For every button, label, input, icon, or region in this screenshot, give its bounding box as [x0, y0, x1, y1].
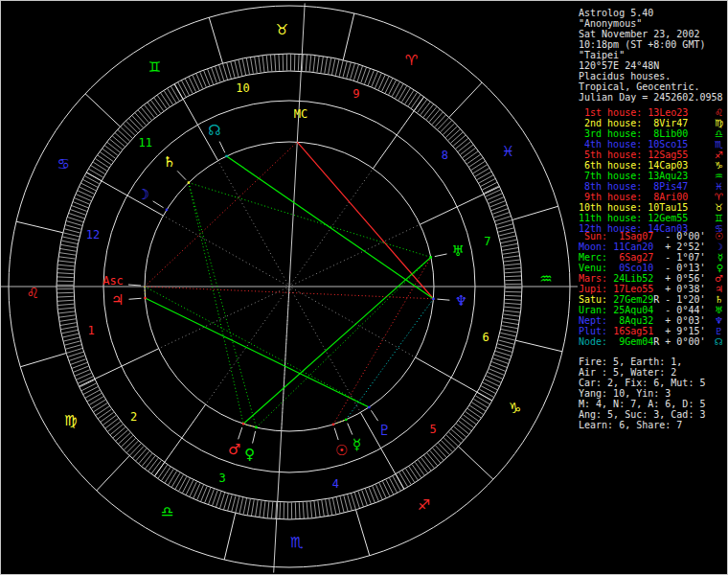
degree-tick	[500, 236, 516, 240]
degree-tick	[358, 492, 363, 507]
degree-tick	[115, 133, 127, 144]
degree-tick	[275, 55, 276, 71]
degree-tick	[332, 58, 335, 75]
planet-position: 17Leo55	[613, 284, 653, 294]
degree-tick	[239, 59, 242, 76]
aspect-line-saturn-uranus	[189, 183, 431, 258]
house-number-9: 9	[353, 87, 359, 101]
degree-tick	[504, 260, 520, 262]
planet-label: Sun:	[579, 231, 613, 242]
degree-tick	[169, 472, 177, 486]
degree-tick	[412, 465, 421, 478]
planet-row: Moon: 11Can20 + 2°52'☽	[579, 242, 726, 252]
degree-tick	[239, 497, 243, 514]
sign-boundary	[20, 353, 66, 366]
degree-tick	[243, 498, 246, 515]
sagittarius-sign-icon: ♐	[418, 496, 430, 514]
degree-tick	[495, 351, 511, 356]
sign-icon: ♒	[715, 171, 723, 181]
degree-tick	[479, 389, 493, 397]
capricorn-sign-icon: ♑	[509, 400, 521, 417]
degree-tick	[158, 465, 168, 478]
ascendant-label: Asc	[102, 274, 124, 288]
degree-tick	[481, 386, 495, 394]
degree-tick	[108, 422, 121, 432]
degree-tick	[497, 344, 512, 349]
degree-tick	[344, 495, 348, 511]
mercury-icon: ☿	[353, 436, 361, 453]
degree-tick	[469, 158, 483, 167]
degree-tick	[91, 166, 105, 174]
planet-position: 25Aqu04	[613, 305, 653, 315]
header-text: Astrolog 5.40	[579, 8, 653, 18]
degree-tick	[479, 175, 493, 183]
degree-tick	[57, 273, 74, 274]
retrograde-flag	[653, 326, 665, 336]
degree-tick	[189, 77, 195, 91]
degree-tick	[101, 412, 114, 422]
planet-row: Satu: 27Gem29R - 1°20'♄	[579, 294, 726, 305]
degree-tick	[317, 57, 319, 73]
degree-tick	[59, 253, 76, 255]
degree-tick	[271, 502, 272, 518]
degree-tick	[471, 161, 485, 170]
degree-tick	[504, 256, 520, 258]
libra-sign-icon: ♎	[161, 503, 173, 520]
degree-tick	[405, 90, 414, 104]
sign-icon: ♐	[715, 150, 723, 160]
degree-tick	[102, 149, 116, 158]
header-text: Tropical, Geocentric.	[579, 81, 699, 92]
planet-row: Jupi: 17Leo55 + 0°38'♃	[579, 284, 726, 294]
degree-tick	[80, 380, 94, 386]
aspect-line-mercury-neptune	[346, 299, 433, 420]
planet-velocity: + 2°52'	[665, 242, 705, 252]
degree-tick	[477, 172, 491, 179]
virgo-sign-icon: ♍	[64, 412, 77, 429]
degree-tick	[223, 64, 228, 80]
degree-tick	[58, 311, 75, 313]
degree-tick	[151, 461, 161, 474]
mercury-pointer	[348, 424, 353, 435]
planet-position: 8Aqu32	[613, 315, 653, 326]
planet-position: 1Sag07	[613, 231, 653, 242]
degree-tick	[85, 176, 100, 184]
degree-tick	[464, 415, 477, 425]
degree-tick	[441, 121, 452, 132]
degree-tick	[260, 501, 262, 518]
house-position: 10th house: 10Tau15	[579, 202, 688, 213]
degree-tick	[250, 58, 253, 74]
planet-velocity: - 0°13'	[665, 263, 705, 273]
degree-tick	[445, 126, 457, 138]
degree-tick	[113, 427, 125, 438]
degree-tick	[453, 135, 466, 146]
degree-tick	[105, 419, 118, 428]
degree-tick	[351, 494, 355, 509]
degree-tick	[467, 154, 481, 164]
degree-tick	[121, 436, 132, 448]
degree-tick	[81, 183, 96, 191]
degree-tick	[68, 352, 83, 356]
degree-tick	[335, 59, 339, 76]
header-line: Placidus houses.	[579, 71, 726, 81]
moon-pointer	[153, 201, 164, 208]
degree-tick	[433, 448, 444, 461]
degree-tick	[459, 421, 471, 431]
degree-tick	[58, 264, 75, 266]
degree-tick	[340, 496, 344, 513]
degree-tick	[94, 403, 107, 412]
degree-tick	[390, 478, 398, 493]
planet-position: 9Gem04	[613, 336, 653, 347]
uranus-pointer	[435, 254, 447, 257]
house-row: 11th house: 12Gem55♊	[579, 213, 726, 223]
planet-position: 16Sag51	[613, 326, 653, 336]
degree-tick	[398, 86, 407, 101]
degree-tick	[474, 399, 489, 407]
degree-tick	[133, 447, 144, 459]
degree-tick	[339, 60, 343, 77]
degree-tick	[148, 103, 157, 115]
sign-icon: ♏	[715, 139, 723, 150]
degree-tick	[59, 257, 76, 259]
degree-tick	[502, 247, 518, 250]
planet-icon: ♀	[717, 263, 723, 273]
degree-tick	[247, 499, 250, 516]
